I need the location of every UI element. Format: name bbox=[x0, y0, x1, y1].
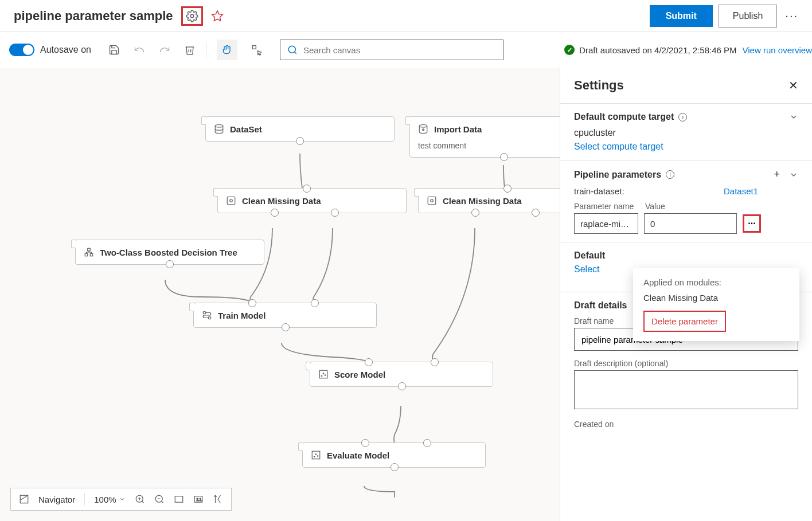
navigator-icon[interactable] bbox=[19, 494, 29, 504]
parameter-popup: Applied on modules: Clean Missing Data D… bbox=[633, 268, 799, 341]
train-icon bbox=[202, 310, 212, 320]
star-icon[interactable] bbox=[211, 10, 224, 22]
draft-description-input[interactable] bbox=[574, 370, 798, 409]
svg-rect-32 bbox=[175, 496, 183, 503]
zoom-in-icon[interactable] bbox=[135, 494, 145, 504]
compute-name: cpucluster bbox=[574, 128, 798, 138]
delete-parameter-button[interactable]: Delete parameter bbox=[643, 311, 726, 332]
svg-line-30 bbox=[161, 501, 163, 503]
page-header: pipeline parameter sample Submit Publish… bbox=[0, 0, 812, 32]
node-two-class[interactable]: Two-Class Boosted Decision Tree bbox=[75, 240, 264, 265]
info-icon[interactable]: i bbox=[678, 113, 687, 122]
svg-rect-7 bbox=[227, 197, 235, 205]
svg-point-19 bbox=[325, 375, 326, 376]
svg-rect-9 bbox=[428, 197, 436, 205]
chevron-down-icon[interactable] bbox=[789, 112, 798, 122]
view-run-link[interactable]: View run overview bbox=[743, 45, 812, 55]
import-icon bbox=[418, 124, 428, 134]
search-icon bbox=[287, 45, 298, 55]
auto-layout-icon[interactable] bbox=[213, 494, 223, 504]
settings-title: Settings bbox=[574, 78, 788, 93]
actual-size-icon[interactable]: 1:1 bbox=[193, 494, 204, 504]
zoom-out-icon[interactable] bbox=[154, 494, 165, 504]
svg-point-15 bbox=[208, 316, 211, 319]
svg-point-23 bbox=[317, 456, 318, 457]
svg-point-21 bbox=[314, 456, 315, 457]
evaluate-icon bbox=[311, 450, 321, 460]
svg-line-4 bbox=[294, 52, 296, 53]
info-icon[interactable]: i bbox=[666, 170, 674, 179]
node-dataset[interactable]: DataSet bbox=[205, 116, 395, 142]
svg-point-0 bbox=[190, 14, 194, 18]
page-title: pipeline parameter sample bbox=[14, 9, 173, 23]
svg-point-6 bbox=[419, 125, 427, 128]
navigator-label[interactable]: Navigator bbox=[38, 495, 75, 504]
section-parameters: Pipeline parameters i + train-dataset: D… bbox=[560, 160, 812, 242]
svg-point-8 bbox=[230, 199, 233, 202]
param-value-input[interactable] bbox=[644, 213, 737, 234]
node-clean-1[interactable]: Clean Missing Data bbox=[217, 188, 407, 213]
svg-point-14 bbox=[203, 311, 206, 314]
svg-rect-11 bbox=[88, 248, 91, 251]
select-icon[interactable] bbox=[251, 44, 263, 56]
select-compute-link[interactable]: Select compute target bbox=[574, 142, 798, 152]
gear-icon bbox=[186, 10, 198, 22]
svg-point-22 bbox=[315, 454, 317, 455]
toolbar: Autosave on Draft autosaved on 4/2/2021,… bbox=[0, 32, 812, 68]
node-train[interactable]: Train Model bbox=[193, 303, 377, 328]
svg-rect-20 bbox=[312, 451, 320, 459]
fit-icon[interactable] bbox=[174, 494, 184, 504]
svg-marker-1 bbox=[212, 10, 222, 20]
search-canvas[interactable] bbox=[280, 40, 503, 60]
section-compute: Default compute target i cpucluster Sele… bbox=[560, 103, 812, 160]
param-name-input[interactable] bbox=[574, 213, 638, 234]
delete-icon[interactable] bbox=[184, 44, 196, 56]
settings-gear-highlight[interactable] bbox=[181, 6, 203, 26]
more-icon[interactable]: ··· bbox=[785, 9, 798, 22]
gear-small-icon bbox=[226, 195, 236, 206]
svg-rect-13 bbox=[90, 253, 93, 256]
search-input[interactable] bbox=[303, 45, 496, 55]
publish-button[interactable]: Publish bbox=[719, 5, 777, 28]
bottom-toolbar: Navigator 100% 1:1 bbox=[10, 488, 232, 511]
svg-point-5 bbox=[215, 125, 223, 128]
zoom-control[interactable]: 100% bbox=[94, 495, 125, 504]
autosave-label: Autosave on bbox=[40, 45, 91, 55]
svg-point-17 bbox=[321, 375, 322, 377]
check-icon bbox=[564, 45, 575, 55]
settings-panel: Settings ✕ Default compute target i cpuc… bbox=[560, 68, 812, 521]
database-icon bbox=[214, 124, 224, 134]
svg-rect-16 bbox=[319, 370, 327, 378]
param-more-button[interactable]: ··· bbox=[743, 214, 761, 233]
svg-point-18 bbox=[323, 373, 324, 374]
autosave-toggle[interactable] bbox=[9, 44, 34, 56]
svg-text:1:1: 1:1 bbox=[196, 498, 202, 502]
add-parameter-icon[interactable]: + bbox=[774, 169, 780, 181]
dataset-link[interactable]: Dataset1 bbox=[724, 186, 758, 196]
svg-point-10 bbox=[431, 199, 434, 202]
autosave-status: Draft autosaved on 4/2/2021, 2:58:46 PM … bbox=[564, 45, 812, 55]
chevron-down-icon[interactable] bbox=[789, 170, 798, 179]
save-icon[interactable] bbox=[108, 44, 120, 56]
svg-line-26 bbox=[142, 501, 143, 503]
score-icon bbox=[318, 369, 329, 379]
undo-icon[interactable] bbox=[134, 44, 145, 56]
node-evaluate[interactable]: Evaluate Model bbox=[302, 442, 486, 468]
applied-module-item[interactable]: Clean Missing Data bbox=[643, 293, 789, 303]
tree-icon bbox=[84, 247, 94, 257]
chevron-down-icon bbox=[119, 496, 126, 503]
svg-rect-12 bbox=[85, 253, 88, 256]
gear-small-icon bbox=[427, 195, 437, 206]
pan-icon[interactable] bbox=[217, 40, 237, 60]
svg-rect-2 bbox=[252, 46, 256, 49]
submit-button[interactable]: Submit bbox=[650, 5, 713, 27]
redo-icon[interactable] bbox=[159, 44, 170, 56]
close-icon[interactable]: ✕ bbox=[788, 79, 798, 92]
node-score[interactable]: Score Model bbox=[310, 362, 493, 387]
svg-point-3 bbox=[288, 46, 295, 53]
